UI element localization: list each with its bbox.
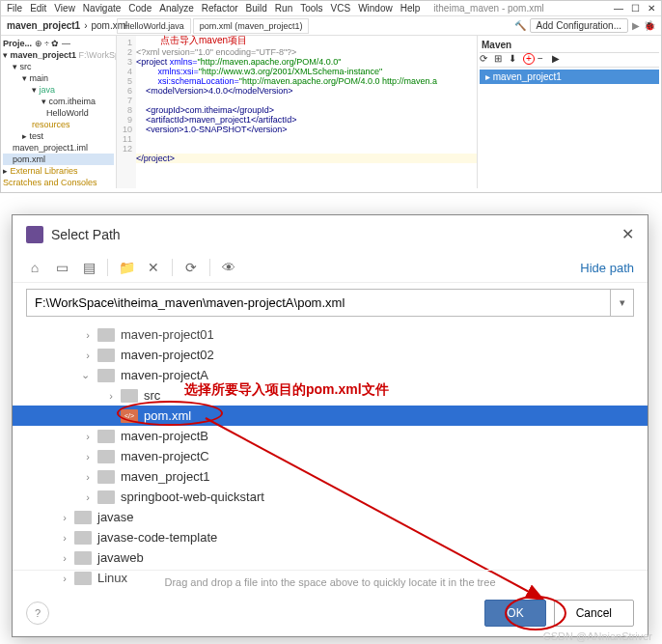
file-tree[interactable]: ›maven-project01›maven-project02⌄maven-p… [13,322,648,590]
maven-project-item[interactable]: ▸ maven_project1 [480,70,659,84]
tree-src[interactable]: src [20,62,32,71]
menu-edit[interactable]: Edit [30,3,46,14]
tree-item-pom-xml[interactable]: </>pom.xml [13,406,648,426]
window-close-icon[interactable]: ✕ [648,3,655,14]
run-maven-icon[interactable]: ▶ [552,53,564,65]
delete-icon[interactable]: ✕ [145,259,162,276]
hint-text: Drag and drop a file into the space abov… [13,570,648,594]
add-config-button[interactable]: Add Configuration... [530,18,628,33]
window-max-icon[interactable]: ☐ [631,3,640,14]
tree-test[interactable]: test [30,131,44,141]
menu-run[interactable]: Run [275,3,292,14]
debug-icon[interactable]: 🐞 [644,20,655,31]
menu-refactor[interactable]: Refactor [202,3,238,14]
tree-item-javaweb[interactable]: ›javaweb [26,547,634,568]
menu-navigate[interactable]: Navigate [83,3,121,14]
hammer-icon[interactable]: 🔨 [514,20,526,31]
menu-help[interactable]: Help [400,3,421,14]
tree-root[interactable]: maven_project1 [11,50,77,60]
ok-annotation-circle [505,596,566,630]
menu-window[interactable]: Window [358,3,393,14]
remove-icon[interactable]: − [538,53,549,65]
dialog-toolbar: ⌂ ▭ ▤ 📁 ✕ ⟳ 👁 Hide path [13,253,648,283]
ide-title-path: itheima_maven - pom.xml [433,3,543,14]
menu-code[interactable]: Code [128,3,152,14]
maven-panel: Maven 点击导入maven项目 ⟳ ⊞ ⬇ + − ▶ ▸ maven_pr… [478,36,661,188]
maven-title: Maven [482,40,511,50]
tree-resources[interactable]: resources [32,120,70,129]
breadcrumb-root[interactable]: maven_project1 [7,20,80,31]
tree-pkg[interactable]: com.itheima [49,97,97,106]
tree-item-springboot-web-quickstart[interactable]: ›springboot-web-quickstart [26,487,634,507]
download-icon[interactable]: ⬇ [509,53,520,65]
tree-item-maven-project1[interactable]: ›maven_project1 [26,466,634,487]
path-input[interactable] [26,289,611,317]
project-icon[interactable]: ▤ [80,259,97,276]
project-tree[interactable]: Proje... ⊕ ÷ ✿ — ▾ maven_project1 F:\Wor… [1,36,117,188]
editor: HelloWorld.java pom.xml (maven_project1)… [117,36,661,188]
hide-path-link[interactable]: Hide path [580,261,634,275]
tree-item-maven-project02[interactable]: ›maven-project02 [26,345,634,365]
menu-file[interactable]: File [7,3,22,14]
tree-pom[interactable]: pom.xml [13,154,45,164]
watermark: CSDN @ANnianStriver [543,630,652,642]
annotation-ellipse [117,401,223,426]
annotation-text: 选择所要导入项目的pom.xml文件 [184,381,389,399]
menu-view[interactable]: View [54,3,75,14]
gutter: 123456789101112 [117,36,136,188]
menubar: File Edit View Navigate Code Analyze Ref… [1,1,661,16]
menu-analyze[interactable]: Analyze [159,3,194,14]
menu-vcs[interactable]: VCS [331,3,351,14]
tab-helloworld[interactable]: HelloWorld.java [117,18,191,34]
path-dropdown-icon[interactable]: ▾ [611,289,634,317]
dialog-icon [26,226,43,243]
tree-java[interactable]: java [40,85,56,95]
help-button[interactable]: ? [26,602,49,625]
tree-iml[interactable]: maven_project1.iml [13,143,88,153]
add-project-icon[interactable]: + [523,53,535,65]
project-tree-header: Proje... [3,39,32,48]
menu-tools[interactable]: Tools [300,3,322,14]
reload-icon[interactable]: ⟳ [480,53,491,65]
desktop-icon[interactable]: ▭ [53,259,70,276]
code-area[interactable]: <?xml version="1.0" encoding="UTF-8"?> <… [136,36,478,188]
tree-ext[interactable]: External Libraries [11,166,78,176]
ide-window: File Edit View Navigate Code Analyze Ref… [0,0,662,193]
tree-item-javase-code-template[interactable]: ›javase-code-template [26,527,634,547]
toolbar: maven_project1 › pom.xml 🔨 Add Configura… [1,16,661,36]
menu-build[interactable]: Build [246,3,267,14]
tree-item-javase[interactable]: ›javase [26,507,634,527]
tree-cls[interactable]: HelloWorld [46,108,89,118]
new-folder-icon[interactable]: 📁 [118,259,135,276]
select-path-dialog: Select Path ✕ ⌂ ▭ ▤ 📁 ✕ ⟳ 👁 Hide path ▾ … [12,214,648,637]
tree-item-maven-project01[interactable]: ›maven-project01 [26,324,634,345]
tree-scratch[interactable]: Scratches and Consoles [3,178,97,187]
dialog-title: Select Path [51,227,121,242]
generate-icon[interactable]: ⊞ [494,53,506,65]
tree-item-maven-projectC[interactable]: ›maven-projectC [26,446,634,466]
tree-item-maven-projectB[interactable]: ›maven-projectB [26,426,634,446]
tree-main[interactable]: main [30,73,49,83]
run-icon[interactable]: ▶ [632,20,640,31]
close-icon[interactable]: ✕ [621,225,634,243]
show-hidden-icon[interactable]: 👁 [220,259,237,276]
maven-note: 点击导入maven项目 [160,34,247,47]
tab-pom[interactable]: pom.xml (maven_project1) [193,18,310,34]
refresh-icon[interactable]: ⟳ [182,259,200,276]
window-min-icon[interactable]: — [614,3,623,14]
home-icon[interactable]: ⌂ [26,259,43,276]
